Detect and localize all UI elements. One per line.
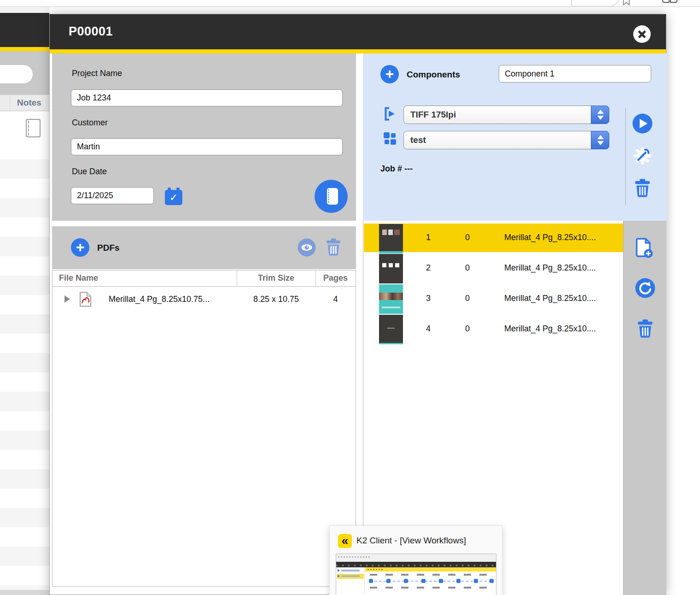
col-trim-size: Trim Size [237, 273, 315, 283]
taskbar-preview-title: K2 Client - [View Workflows] [356, 536, 466, 546]
background-table-rows [0, 140, 49, 595]
browser-extension-icon[interactable] [662, 0, 678, 6]
page-count: 0 [458, 233, 477, 242]
close-button[interactable] [633, 25, 651, 43]
project-notes-button[interactable] [315, 180, 348, 213]
pages-action-rail [623, 221, 666, 595]
project-name-label: Project Name [72, 69, 122, 78]
preset-select[interactable]: test [403, 131, 609, 149]
dialog-title: P00001 [69, 24, 113, 39]
background-bottom-bar [0, 590, 49, 595]
k2-step-labels [370, 574, 491, 576]
k2-selected-band [365, 567, 496, 571]
pdf-file-name: Merillat_4 Pg_8.25x10.75... [109, 295, 210, 304]
customer-label: Customer [72, 118, 108, 128]
delete-pdf-icon[interactable] [326, 238, 341, 256]
page-name: Merillat_4 Pg_8.25x10.... [504, 294, 596, 303]
job-number-label: Job # --- [380, 164, 413, 174]
k2-sidebar-item [337, 568, 364, 573]
k2-titlebar [336, 554, 496, 562]
page-number: 1 [419, 233, 438, 242]
page-row[interactable]: 2 0 Merillat_4 Pg_8.25x10.... [364, 254, 624, 283]
k2-sidebar [336, 567, 365, 595]
run-component-icon[interactable] [632, 113, 653, 134]
browser-toolbar-strip [0, 0, 700, 7]
k2-step-sublabels [370, 587, 491, 589]
add-pdf-button[interactable]: + [71, 238, 89, 257]
output-export-icon [384, 106, 397, 121]
customer-input[interactable] [71, 138, 343, 155]
k2-workflow-chain [369, 578, 492, 584]
k2-window-thumbnail[interactable] [336, 554, 496, 595]
components-panel: + Components TIFF 175lpi test Job # --- [363, 53, 667, 221]
dialog-header: P00001 [50, 14, 666, 49]
background-yellow-stripe [0, 47, 49, 51]
project-name-input[interactable] [71, 89, 343, 106]
dialog-yellow-stripe [50, 49, 666, 53]
pdfs-title: PDFs [97, 243, 120, 253]
col-file-name: File Name [59, 273, 98, 283]
page-count: 0 [458, 294, 477, 303]
select-stepper-icon[interactable] [591, 131, 609, 149]
page-row[interactable]: 4 0 Merillat_4 Pg_8.25x10.... [364, 315, 624, 343]
add-component-button[interactable]: + [380, 65, 399, 83]
component-name-input[interactable] [499, 65, 651, 82]
page-thumbnail [379, 254, 403, 283]
k2-logo-icon: « [338, 534, 352, 548]
calendar-icon[interactable]: ✓ [165, 188, 182, 205]
screen: Notes P00001 Project Name Customer Due D… [0, 0, 700, 595]
notes-column-header: Notes [0, 94, 49, 111]
address-bar-corner [571, 0, 619, 7]
project-form-panel: Project Name Customer Due Date ✓ [52, 53, 356, 221]
preview-pdf-icon[interactable] [298, 238, 316, 257]
expand-row-icon[interactable] [64, 295, 70, 303]
page-name: Merillat_4 Pg_8.25x10.... [504, 324, 596, 334]
project-dialog: P00001 Project Name Customer Due Date ✓ … [49, 14, 666, 595]
background-app: Notes [0, 7, 49, 595]
page-thumbnail [379, 284, 403, 314]
page-count: 0 [458, 263, 477, 273]
page-number: 4 [419, 324, 438, 334]
k2-toolbar [336, 562, 496, 567]
bookmark-icon[interactable] [621, 0, 632, 6]
page-number: 3 [419, 294, 438, 303]
page-row[interactable]: 1 0 Merillat_4 Pg_8.25x10.... [364, 224, 624, 252]
pdf-page-count: 4 [315, 295, 356, 304]
background-search-input[interactable] [0, 65, 33, 84]
refresh-pages-icon[interactable] [635, 278, 655, 298]
preset-grid-icon [383, 132, 397, 146]
divider [625, 108, 626, 206]
due-date-input[interactable] [71, 187, 154, 204]
pdf-file-icon [79, 292, 92, 307]
k2-workflow-area [365, 567, 496, 595]
pdf-table: File Name Trim Size Pages Merillat_4 Pg_… [52, 270, 356, 587]
col-pages: Pages [315, 273, 356, 283]
page-name: Merillat_4 Pg_8.25x10.... [504, 233, 596, 242]
background-table-row [0, 112, 49, 140]
components-title: Components [407, 70, 460, 80]
due-date-label: Due Date [72, 167, 107, 177]
notes-icon[interactable] [26, 119, 41, 137]
settings-gear-icon[interactable] [632, 145, 653, 166]
pdf-trim-size: 8.25 x 10.75 [237, 295, 315, 304]
output-select-value: TIFF 175lpi [410, 110, 456, 120]
k2-sidebar-item-selected [337, 574, 364, 579]
output-select[interactable]: TIFF 175lpi [403, 106, 609, 124]
taskbar-preview-popup[interactable]: « K2 Client - [View Workflows] [329, 525, 502, 595]
pdf-table-header: File Name Trim Size Pages [52, 271, 356, 287]
background-app-header [0, 13, 49, 47]
page-thumbnail [379, 224, 403, 253]
delete-page-icon[interactable] [637, 319, 653, 338]
pdfs-section-header: + PDFs [52, 226, 356, 269]
page-count: 0 [458, 324, 477, 334]
page-number: 2 [419, 263, 438, 273]
add-page-icon[interactable] [635, 237, 653, 259]
page-thumbnail [379, 315, 403, 344]
page-row[interactable]: 3 0 Merillat_4 Pg_8.25x10.... [364, 284, 624, 313]
select-stepper-icon[interactable] [591, 106, 609, 124]
delete-component-icon[interactable] [634, 179, 651, 198]
pdf-table-row[interactable]: Merillat_4 Pg_8.25x10.75... 8.25 x 10.75… [52, 287, 356, 311]
page-name: Merillat_4 Pg_8.25x10.... [504, 263, 596, 273]
preset-select-value: test [410, 135, 426, 145]
